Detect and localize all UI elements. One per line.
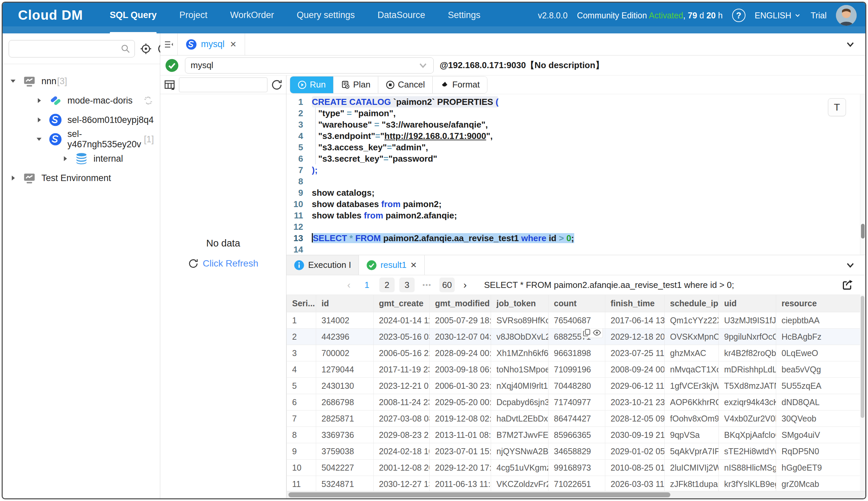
- cell[interactable]: 10: [287, 460, 316, 476]
- pagination-page-3[interactable]: 3: [399, 278, 415, 292]
- nav-item-query-settings[interactable]: Query settings: [285, 6, 366, 25]
- table-horizontal-scrollbar[interactable]: [286, 491, 865, 498]
- code-line-8[interactable]: 8: [286, 176, 865, 187]
- table-row-4[interactable]: 412790442017-11-19 232003-09-18 06:5toNh…: [287, 361, 866, 378]
- pagination-prev[interactable]: ‹: [343, 278, 355, 292]
- table-row-7[interactable]: 728258712027-03-08 082019-12-08 02:5haDv…: [287, 411, 866, 427]
- table-vertical-scrollbar[interactable]: [860, 295, 865, 491]
- cell[interactable]: 2024-02-18 10: [373, 443, 430, 460]
- collapse-sidebar-icon[interactable]: [160, 33, 177, 55]
- results-collapse-icon[interactable]: [845, 255, 865, 275]
- cell[interactable]: 2028-09-24 00:5: [430, 345, 491, 361]
- cell[interactable]: 5qAkVprA7IPFA: [665, 443, 719, 460]
- cell[interactable]: 9: [287, 443, 316, 460]
- cell[interactable]: sTE2Hi8wtdYv3: [719, 443, 776, 460]
- cell[interactable]: fOohv8xOm9JH: [665, 411, 719, 427]
- cell[interactable]: 2008-09-24 00: [605, 361, 665, 378]
- cell[interactable]: 68825571: [549, 329, 605, 345]
- cell[interactable]: exziqr94k43cKl: [719, 394, 776, 411]
- pagination-ellipsis[interactable]: •••: [419, 278, 435, 292]
- column-header-count[interactable]: count: [549, 295, 605, 312]
- tabbar-collapse-icon[interactable]: [845, 33, 865, 55]
- pagination-page-60[interactable]: 60: [440, 278, 455, 292]
- cell[interactable]: 442396: [316, 329, 373, 345]
- locate-target-icon[interactable]: [140, 42, 152, 56]
- cell[interactable]: AOP6KkhrRQf9f: [665, 394, 719, 411]
- cell[interactable]: SVRso89HfKoni: [491, 312, 549, 329]
- cell[interactable]: kr4B2f82roQbW: [719, 345, 776, 361]
- cell[interactable]: 7: [287, 411, 316, 427]
- editor-scrollbar[interactable]: [860, 94, 865, 255]
- cell[interactable]: Dcpabyd6sjn3H: [491, 394, 549, 411]
- cell[interactable]: 70448280: [549, 378, 605, 394]
- cell[interactable]: Qm1cYYz22XW: [665, 312, 719, 329]
- export-icon[interactable]: [840, 278, 854, 291]
- cell[interactable]: grZ0Mcab: [776, 476, 866, 491]
- column-header-finish_time[interactable]: finish_time: [605, 295, 665, 312]
- code-line-4[interactable]: 4 "s3.endpoint"="http://192.168.0.171:90…: [286, 130, 865, 142]
- cell[interactable]: 1: [287, 312, 316, 329]
- close-result-tab-icon[interactable]: ✕: [410, 260, 417, 270]
- cell[interactable]: ciepbtbAA: [776, 312, 866, 329]
- cell[interactable]: 76540687: [549, 312, 605, 329]
- cell[interactable]: 86474427: [549, 411, 605, 427]
- table-row-1[interactable]: 13140022024-01-14 112005-07-29 18:1SVRso…: [287, 312, 866, 329]
- cell[interactable]: U3zMJt9IS1fJC: [719, 312, 776, 329]
- cell[interactable]: 2023-10-21 23: [605, 394, 665, 411]
- cell[interactable]: 2023-07-25 11: [605, 345, 665, 361]
- click-refresh-link[interactable]: Click Refresh: [188, 258, 258, 269]
- table-filter-input[interactable]: [179, 77, 268, 92]
- cell[interactable]: zJFk8t1dupamL: [665, 476, 719, 491]
- tree-item-nnn[interactable]: nnn[3]: [3, 72, 160, 91]
- cell[interactable]: 6: [287, 394, 316, 411]
- table-row-10[interactable]: 1050422272001-12-08 202029-12-20 17:14cg…: [287, 460, 866, 476]
- connection-select[interactable]: mysql: [185, 57, 434, 74]
- cell[interactable]: 9qpVSa: [665, 427, 719, 443]
- cell[interactable]: 30QVeob: [776, 411, 866, 427]
- cell[interactable]: 2027-03-08 08: [373, 411, 430, 427]
- column-header-job_token[interactable]: job_token: [491, 295, 549, 312]
- cell[interactable]: 314002: [316, 312, 373, 329]
- code-line-7[interactable]: 7);: [286, 164, 865, 176]
- code-line-13[interactable]: 13SELECT * FROM paimon2.afanqie.aa_revis…: [286, 233, 865, 244]
- cell[interactable]: 2008-11-24 23: [373, 394, 430, 411]
- tree-item-sel-86om01t0eypj8q4[interactable]: sel-86om01t0eypj8q4: [3, 110, 160, 130]
- cell[interactable]: HcBAgbFz: [776, 329, 866, 345]
- sql-editor[interactable]: 1CREATE CATALOG `paimon2` PROPERTIES (2 …: [286, 94, 865, 255]
- result-tab-execution-i[interactable]: Execution I: [286, 255, 359, 275]
- cell[interactable]: 71022651: [549, 476, 605, 491]
- cell[interactable]: B7M2TJwvFEHZ: [491, 427, 549, 443]
- cell[interactable]: ghzMxAC: [665, 345, 719, 361]
- column-header-id[interactable]: id: [316, 295, 373, 312]
- cell[interactable]: 2024-01-14 11: [373, 312, 430, 329]
- cell[interactable]: 700002: [316, 345, 373, 361]
- code-line-1[interactable]: 1CREATE CATALOG `paimon2` PROPERTIES (: [286, 96, 865, 108]
- table-row-6[interactable]: 626867982008-11-24 232029-05-20 00:3Dcpa…: [287, 394, 866, 411]
- cell[interactable]: dND8QAL: [776, 394, 866, 411]
- pagination-page-2[interactable]: 2: [379, 278, 394, 292]
- column-header-gmt_create[interactable]: gmt_create: [373, 295, 430, 312]
- cell[interactable]: 2686798: [316, 394, 373, 411]
- plan-button[interactable]: Plan: [333, 76, 378, 93]
- table-row-3[interactable]: 37000022006-05-16 222028-09-24 00:5Xh1MZ…: [287, 345, 866, 361]
- cell[interactable]: OVSKxMpnCip6: [665, 329, 719, 345]
- cell[interactable]: 2029-12-20 17:1: [430, 460, 491, 476]
- column-header-schedule_ip[interactable]: schedule_ip: [665, 295, 719, 312]
- copy-icon[interactable]: [583, 329, 591, 337]
- table-row-8[interactable]: 833697362029-08-23 212013-11-01 08:4B7M2…: [287, 427, 866, 443]
- cell[interactable]: 3759038: [316, 443, 373, 460]
- code-line-6[interactable]: 6 "s3.secret_key"="password": [286, 153, 865, 164]
- cell[interactable]: SMgo4uiV: [776, 427, 866, 443]
- column-header-Seri[interactable]: Seri...: [287, 295, 316, 312]
- cell[interactable]: haDvtL2EbDxDE: [491, 411, 549, 427]
- code-line-14[interactable]: 14: [286, 244, 865, 255]
- cell[interactable]: 2001-12-08 20: [373, 460, 430, 476]
- cell[interactable]: 4: [287, 361, 316, 378]
- cell[interactable]: 0LqEweO: [776, 345, 866, 361]
- cell[interactable]: 2430130: [316, 378, 373, 394]
- nav-item-datasource[interactable]: DataSource: [366, 6, 437, 25]
- cell[interactable]: BKqXpjAafcloO: [719, 427, 776, 443]
- cell[interactable]: 11: [287, 476, 316, 491]
- user-avatar[interactable]: [836, 5, 857, 26]
- cell[interactable]: 2028-12-05 09: [605, 411, 665, 427]
